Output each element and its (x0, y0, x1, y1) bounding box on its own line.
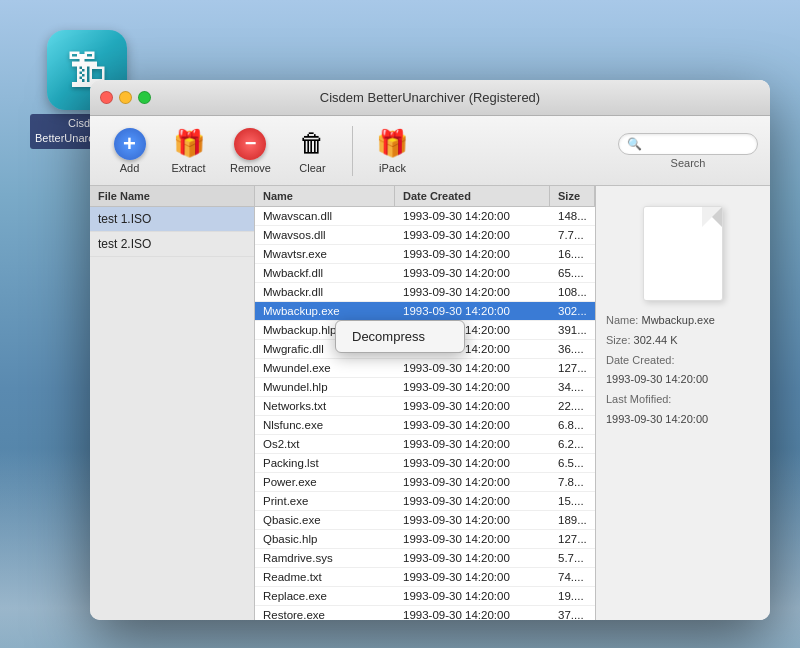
cell-name: Mwavscan.dll (255, 207, 395, 225)
main-window: Cisdem BetterUnarchiver (Registered) + A… (90, 80, 770, 620)
remove-label: Remove (230, 162, 271, 174)
add-label: Add (120, 162, 140, 174)
info-panel: Name: Mwbackup.exe Size: 302.44 K Date C… (595, 186, 770, 620)
cell-date: 1993-09-30 14:20:00 (395, 454, 550, 472)
table-row[interactable]: Mwavsos.dll1993-09-30 14:20:007.7... (255, 226, 595, 245)
header-date: Date Created (395, 186, 550, 206)
cell-date: 1993-09-30 14:20:00 (395, 207, 550, 225)
cell-name: Print.exe (255, 492, 395, 510)
header-name: Name (255, 186, 395, 206)
search-label: Search (671, 157, 706, 169)
ipack-icon: 🎁 (376, 128, 408, 160)
cell-date: 1993-09-30 14:20:00 (395, 302, 550, 320)
cell-name: Mwbackf.dll (255, 264, 395, 282)
table-row[interactable]: Packing.lst1993-09-30 14:20:006.5... (255, 454, 595, 473)
table-row[interactable]: Replace.exe1993-09-30 14:20:0019.... (255, 587, 595, 606)
cell-date: 1993-09-30 14:20:00 (395, 606, 550, 620)
cell-date: 1993-09-30 14:20:00 (395, 226, 550, 244)
contents-header: Name Date Created Size (255, 186, 595, 207)
cell-size: 22.... (550, 397, 595, 415)
table-row[interactable]: Qbasic.hlp1993-09-30 14:20:00127... (255, 530, 595, 549)
table-row[interactable]: Networks.txt1993-09-30 14:20:0022.... (255, 397, 595, 416)
context-menu: Decompress (335, 320, 465, 353)
cell-size: 16.... (550, 245, 595, 263)
traffic-lights (100, 91, 151, 104)
ipack-button[interactable]: 🎁 iPack (365, 122, 420, 180)
cell-size: 19.... (550, 587, 595, 605)
add-button[interactable]: + Add (102, 122, 157, 180)
clear-icon: 🗑 (296, 128, 328, 160)
table-row[interactable]: Restore.exe1993-09-30 14:20:0037.... (255, 606, 595, 620)
search-input-wrap[interactable]: 🔍 (618, 133, 758, 155)
cell-date: 1993-09-30 14:20:00 (395, 549, 550, 567)
header-size: Size (550, 186, 595, 206)
file-list-item[interactable]: test 1.ISO (90, 207, 254, 232)
cell-name: Nlsfunc.exe (255, 416, 395, 434)
window-title: Cisdem BetterUnarchiver (Registered) (320, 90, 540, 105)
last-modified-label: Last Mofified: (606, 393, 671, 405)
file-fold-highlight (702, 207, 722, 227)
cell-name: Ramdrive.sys (255, 549, 395, 567)
cell-size: 37.... (550, 606, 595, 620)
table-row[interactable]: Mwavscan.dll1993-09-30 14:20:00148... (255, 207, 595, 226)
ipack-label: iPack (379, 162, 406, 174)
toolbar: + Add 🎁 Extract − Remove 🗑 Clear 🎁 (90, 116, 770, 186)
table-row[interactable]: Mwbackr.dll1993-09-30 14:20:00108... (255, 283, 595, 302)
cell-date: 1993-09-30 14:20:00 (395, 359, 550, 377)
cell-date: 1993-09-30 14:20:00 (395, 397, 550, 415)
titlebar: Cisdem BetterUnarchiver (Registered) (90, 80, 770, 116)
cell-name: Mwundel.exe (255, 359, 395, 377)
table-row[interactable]: Qbasic.exe1993-09-30 14:20:00189... (255, 511, 595, 530)
extract-icon: 🎁 (173, 128, 205, 160)
cell-date: 1993-09-30 14:20:00 (395, 245, 550, 263)
cell-size: 36.... (550, 340, 595, 358)
cell-size: 6.2... (550, 435, 595, 453)
cell-size: 7.8... (550, 473, 595, 491)
cell-size: 127... (550, 359, 595, 377)
contents-list[interactable]: Mwavscan.dll1993-09-30 14:20:00148...Mwa… (255, 207, 595, 620)
cell-name: Mwavtsr.exe (255, 245, 395, 263)
table-row[interactable]: Readme.txt1993-09-30 14:20:0074.... (255, 568, 595, 587)
clear-label: Clear (299, 162, 325, 174)
file-list-item[interactable]: test 2.ISO (90, 232, 254, 257)
table-row[interactable]: Ramdrive.sys1993-09-30 14:20:005.7... (255, 549, 595, 568)
maximize-button[interactable] (138, 91, 151, 104)
table-row[interactable]: Mwundel.hlp1993-09-30 14:20:0034.... (255, 378, 595, 397)
table-row[interactable]: Mwavtsr.exe1993-09-30 14:20:0016.... (255, 245, 595, 264)
search-input[interactable] (646, 137, 749, 151)
table-row[interactable]: Print.exe1993-09-30 14:20:0015.... (255, 492, 595, 511)
cell-name: Mwbackup.exe (255, 302, 395, 320)
cell-name: Networks.txt (255, 397, 395, 415)
cell-date: 1993-09-30 14:20:00 (395, 473, 550, 491)
add-icon: + (114, 128, 146, 160)
cell-date: 1993-09-30 14:20:00 (395, 416, 550, 434)
size-value: 302.44 K (634, 334, 678, 346)
cell-size: 15.... (550, 492, 595, 510)
table-row[interactable]: Mwundel.exe1993-09-30 14:20:00127... (255, 359, 595, 378)
minimize-button[interactable] (119, 91, 132, 104)
context-menu-item[interactable]: Decompress (336, 324, 464, 349)
cell-size: 189... (550, 511, 595, 529)
date-created-label: Date Created: (606, 354, 674, 366)
cell-name: Qbasic.hlp (255, 530, 395, 548)
file-panel: File Name test 1.ISOtest 2.ISO (90, 186, 255, 620)
cell-date: 1993-09-30 14:20:00 (395, 264, 550, 282)
table-row[interactable]: Os2.txt1993-09-30 14:20:006.2... (255, 435, 595, 454)
file-info: Name: Mwbackup.exe Size: 302.44 K Date C… (606, 311, 760, 430)
remove-button[interactable]: − Remove (220, 122, 281, 180)
clear-button[interactable]: 🗑 Clear (285, 122, 340, 180)
file-preview-icon (643, 206, 723, 301)
cell-size: 6.5... (550, 454, 595, 472)
table-row[interactable]: Power.exe1993-09-30 14:20:007.8... (255, 473, 595, 492)
close-button[interactable] (100, 91, 113, 104)
name-value: Mwbackup.exe (641, 314, 714, 326)
cell-date: 1993-09-30 14:20:00 (395, 587, 550, 605)
table-row[interactable]: Mwbackf.dll1993-09-30 14:20:0065.... (255, 264, 595, 283)
search-icon: 🔍 (627, 137, 642, 151)
cell-size: 74.... (550, 568, 595, 586)
cell-size: 34.... (550, 378, 595, 396)
extract-label: Extract (171, 162, 205, 174)
table-row[interactable]: Mwbackup.exe1993-09-30 14:20:00302...Dec… (255, 302, 595, 321)
table-row[interactable]: Nlsfunc.exe1993-09-30 14:20:006.8... (255, 416, 595, 435)
extract-button[interactable]: 🎁 Extract (161, 122, 216, 180)
